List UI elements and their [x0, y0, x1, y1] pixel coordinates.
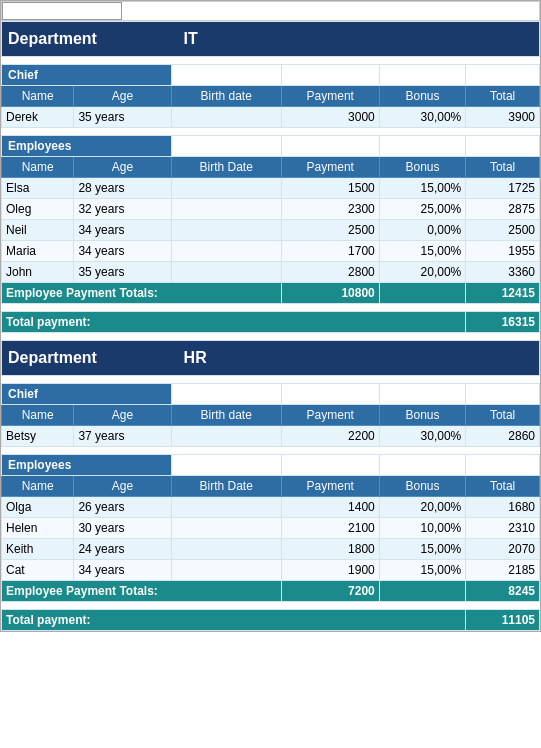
- column-header-row: NameAgeBirth DatePaymentBonusTotal: [2, 157, 540, 178]
- spacer-cell: [281, 57, 379, 65]
- spacer-cell: [281, 128, 379, 136]
- spacer-cell: [2, 447, 74, 455]
- column-header: Total: [466, 476, 540, 497]
- totals-label: Employee Payment Totals:: [2, 581, 282, 602]
- spacer-cell: [466, 128, 540, 136]
- table-cell: 32 years: [74, 199, 171, 220]
- table-cell: 1680: [466, 497, 540, 518]
- spacer-cell: [2, 333, 74, 341]
- spacer-cell: [281, 447, 379, 455]
- total-payment-value: 11105: [466, 610, 540, 631]
- table-cell: Elsa: [2, 178, 74, 199]
- table-cell: [171, 518, 281, 539]
- table-cell: Cat: [2, 560, 74, 581]
- department-header-row: Department IT: [2, 22, 540, 57]
- table-cell: 2300: [281, 199, 379, 220]
- employees-section-row: Employees: [2, 455, 540, 476]
- table-cell: 2800: [281, 262, 379, 283]
- department-header-row: Department HR: [2, 341, 540, 376]
- spacer-cell: [466, 57, 540, 65]
- table-cell: 15,00%: [379, 560, 465, 581]
- spacer-cell: [171, 455, 281, 476]
- department-name: IT: [184, 30, 198, 47]
- spacer-cell: [281, 65, 379, 86]
- formula-bar: [1, 1, 540, 21]
- column-header: Age: [74, 157, 171, 178]
- spacer-cell: [281, 602, 379, 610]
- spacer-cell: [171, 384, 281, 405]
- column-header: Payment: [281, 157, 379, 178]
- spacer-cell: [466, 333, 540, 341]
- table-cell: 35 years: [74, 107, 171, 128]
- table-cell: 20,00%: [379, 497, 465, 518]
- spacer-cell: [379, 447, 465, 455]
- table-cell: [171, 220, 281, 241]
- column-header: Total: [466, 86, 540, 107]
- employee-totals-row: Employee Payment Totals:1080012415: [2, 283, 540, 304]
- spacer-cell: [379, 136, 465, 157]
- column-header: Age: [74, 86, 171, 107]
- column-header: Bonus: [379, 157, 465, 178]
- table-cell: [171, 497, 281, 518]
- spacer-cell: [281, 333, 379, 341]
- spacer-cell: [2, 376, 74, 384]
- spacer-cell: [466, 304, 540, 312]
- table-cell: 26 years: [74, 497, 171, 518]
- section-label: Employees: [2, 455, 172, 476]
- table-cell: 2200: [281, 426, 379, 447]
- table-cell: 34 years: [74, 241, 171, 262]
- totals-label: Employee Payment Totals:: [2, 283, 282, 304]
- column-header: Total: [466, 157, 540, 178]
- table-cell: 15,00%: [379, 241, 465, 262]
- table-cell: 2185: [466, 560, 540, 581]
- table-row: Oleg32 years230025,00%2875: [2, 199, 540, 220]
- spacer-cell: [379, 65, 465, 86]
- spacer-cell: [379, 333, 465, 341]
- table-cell: 28 years: [74, 178, 171, 199]
- table-cell: 34 years: [74, 220, 171, 241]
- spacer-cell: [466, 455, 540, 476]
- table-cell: 1700: [281, 241, 379, 262]
- column-header: Name: [2, 86, 74, 107]
- table-cell: Helen: [2, 518, 74, 539]
- spreadsheet-container: Department ITChiefNameAgeBirth datePayme…: [0, 0, 541, 632]
- spacer-cell: [171, 602, 281, 610]
- table-cell: Derek: [2, 107, 74, 128]
- spacer-cell: [171, 333, 281, 341]
- cell-reference-input[interactable]: [2, 2, 122, 20]
- spacer-cell: [466, 136, 540, 157]
- table-cell: 1955: [466, 241, 540, 262]
- table-cell: [171, 262, 281, 283]
- spacer-cell: [281, 136, 379, 157]
- employee-totals-row: Employee Payment Totals:72008245: [2, 581, 540, 602]
- column-header: Name: [2, 476, 74, 497]
- column-header: Birth date: [171, 86, 281, 107]
- chief-section-row: Chief: [2, 384, 540, 405]
- table-cell: 30,00%: [379, 426, 465, 447]
- spacer-cell: [379, 602, 465, 610]
- column-header: Birth date: [171, 405, 281, 426]
- table-cell: Neil: [2, 220, 74, 241]
- table-row: Neil34 years25000,00%2500: [2, 220, 540, 241]
- table-cell: 25,00%: [379, 199, 465, 220]
- table-cell: 15,00%: [379, 178, 465, 199]
- data-table: Department ITChiefNameAgeBirth datePayme…: [1, 21, 540, 631]
- column-header: Birth Date: [171, 476, 281, 497]
- table-cell: John: [2, 262, 74, 283]
- table-cell: 2860: [466, 426, 540, 447]
- totals-total: 8245: [466, 581, 540, 602]
- table-cell: 34 years: [74, 560, 171, 581]
- table-cell: Keith: [2, 539, 74, 560]
- table-cell: 0,00%: [379, 220, 465, 241]
- table-cell: 3000: [281, 107, 379, 128]
- section-label: Chief: [2, 65, 172, 86]
- table-cell: 2500: [466, 220, 540, 241]
- table-cell: 1500: [281, 178, 379, 199]
- column-header: Name: [2, 157, 74, 178]
- table-cell: 37 years: [74, 426, 171, 447]
- table-cell: [171, 107, 281, 128]
- table-cell: 30,00%: [379, 107, 465, 128]
- spacer-cell: [466, 376, 540, 384]
- totals-spacer: [379, 581, 465, 602]
- spacer-cell: [466, 602, 540, 610]
